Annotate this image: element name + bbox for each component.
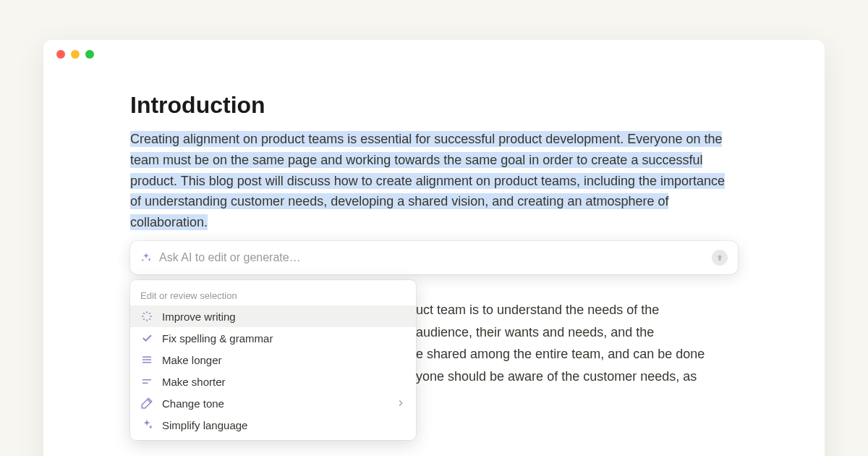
menu-item-change-tone[interactable]: Change tone [130,392,416,414]
window-titlebar [43,40,825,69]
menu-item-label: Improve writing [162,311,406,323]
menu-item-make-shorter[interactable]: Make shorter [130,371,416,392]
improve-icon [140,310,153,323]
body-line: audience, their wants and needs, and the [416,321,738,344]
lines-short-icon [140,375,153,388]
sparkle-icon [140,252,152,263]
body-line: yone should be aware of the customer nee… [416,366,738,388]
body-line: e shared among the entire team, and can … [416,343,738,366]
chevron-right-icon [396,398,406,408]
menu-item-simplify[interactable]: Simplify language [130,414,416,436]
ai-prompt-bar[interactable] [130,241,738,274]
window-maximize-button[interactable] [85,50,94,59]
menu-section-label: Edit or review selection [130,284,416,305]
menu-item-fix-spelling[interactable]: Fix spelling & grammar [130,327,416,349]
selected-text[interactable]: Creating alignment on product teams is e… [130,131,725,230]
check-icon [140,332,153,345]
ai-submit-button[interactable] [712,250,728,266]
menu-item-label: Change tone [162,397,387,410]
ai-prompt-input[interactable] [159,251,705,264]
menu-item-make-longer[interactable]: Make longer [130,349,416,371]
ai-action-menu: Edit or review selection Improve writing… [130,280,416,440]
menu-item-label: Make longer [162,354,406,366]
menu-item-label: Simplify language [162,419,406,431]
menu-item-label: Make shorter [162,376,406,388]
window-close-button[interactable] [56,50,65,59]
app-window: Introduction Creating alignment on produ… [43,40,825,456]
menu-item-improve-writing[interactable]: Improve writing [130,305,416,327]
lines-long-icon [140,353,153,366]
sparkle-icon [140,418,153,431]
intro-paragraph[interactable]: Creating alignment on product teams is e… [130,129,738,233]
menu-item-label: Fix spelling & grammar [162,332,406,345]
body-line: uct team is to understand the needs of t… [416,299,738,321]
microphone-icon [140,397,153,410]
window-minimize-button[interactable] [71,50,80,59]
page-heading[interactable]: Introduction [130,92,738,119]
arrow-up-icon [715,253,724,262]
